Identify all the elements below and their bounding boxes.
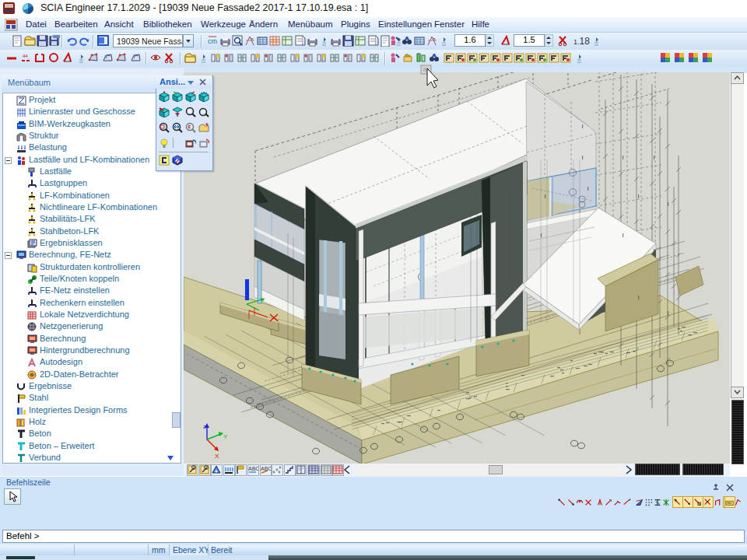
svg-text:ABC: ABC: [248, 466, 258, 471]
svg-text:44: 44: [23, 54, 28, 58]
svg-text:?: ?: [251, 37, 254, 42]
svg-text:ABC: ABC: [261, 466, 271, 471]
svg-text:z: z: [203, 423, 206, 430]
svg-text:X: X: [215, 453, 219, 460]
svg-text:?: ?: [433, 37, 436, 42]
svg-text:cm: cm: [208, 37, 217, 45]
svg-text:Y: Y: [223, 433, 228, 440]
